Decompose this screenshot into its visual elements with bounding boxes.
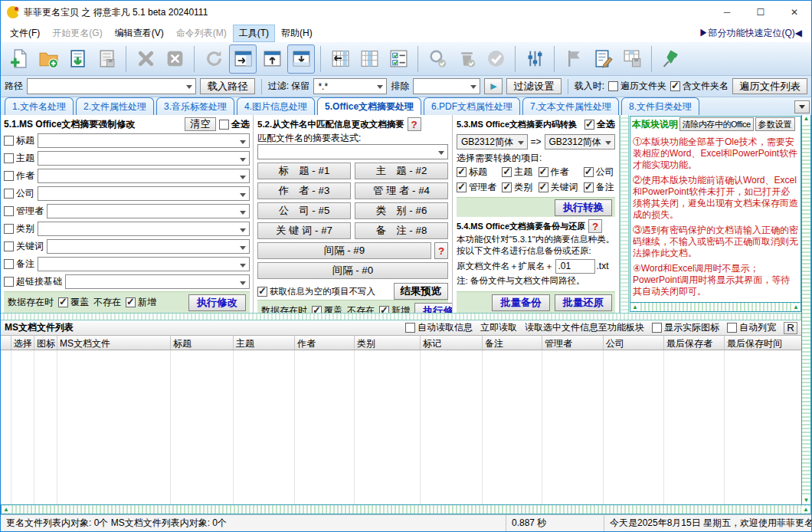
keep-filter-combobox[interactable]: *.* (313, 78, 387, 94)
batch-restore-button[interactable]: 批量还原 (555, 294, 612, 311)
add-checkbox-51[interactable]: 新增 (126, 296, 156, 309)
column-header-author[interactable]: 作者 (295, 336, 355, 350)
tab-pdf-attr[interactable]: 6.PDF文档属性处理 (424, 97, 520, 115)
convert-company-checkbox[interactable]: 公司 (584, 166, 615, 179)
import-list-button[interactable] (64, 44, 91, 74)
horizontal-scrollbar[interactable]: ▲ ▲ (1, 504, 811, 514)
column-header-category[interactable]: 类别 (355, 336, 421, 350)
tab-office-summary[interactable]: 5.Office文档摘要处理 (317, 97, 421, 115)
tab-overflow-button[interactable] (794, 100, 810, 113)
tab-file-classify[interactable]: 8.文件归类处理 (621, 97, 699, 115)
add-checkbox-52[interactable]: 新增 (379, 304, 410, 313)
clear-button[interactable]: 清空 (185, 117, 216, 131)
skip-empty-checkbox[interactable]: 获取信息为空的项目不写入 (257, 286, 375, 297)
tab-image-info[interactable]: 4.图片信息处理 (237, 97, 315, 115)
columns-left-button[interactable] (326, 44, 354, 74)
overwrite-checkbox-51[interactable]: 覆盖 (58, 296, 89, 309)
token-comments-button[interactable]: 备 注 - #8 (355, 222, 448, 239)
execute-modify-button-52[interactable]: 执行修改 (414, 303, 453, 314)
field-category-checkbox[interactable]: 类别 (4, 222, 34, 235)
convert-keywords-checkbox[interactable]: 关键词 (539, 181, 579, 194)
tab-file-attr[interactable]: 2.文件属性处理 (76, 97, 154, 115)
column-header-icon[interactable]: 图标 (34, 336, 57, 350)
tab-text-attr[interactable]: 7.文本文件属性处理 (522, 97, 619, 115)
token-category-button[interactable]: 类 别 - #6 (355, 202, 448, 219)
confirm-check-button[interactable] (482, 44, 509, 74)
trash-check-button[interactable] (453, 44, 480, 74)
result-preview-button[interactable]: 结果预览 (394, 283, 448, 300)
tab-music-tag[interactable]: 3.音乐标签处理 (156, 97, 234, 115)
field-keywords-checkbox[interactable]: 关键词 (4, 240, 44, 253)
quick-locate-link[interactable]: ▶部分功能快速定位(Q)◀ (699, 27, 808, 40)
convert-comments-checkbox[interactable]: 备注 (584, 181, 615, 194)
field-title-combobox[interactable] (38, 133, 250, 148)
table-body[interactable] (1, 350, 801, 504)
field-title-checkbox[interactable]: 标题 (4, 134, 34, 147)
menu-tools[interactable]: 工具(T) (233, 25, 275, 42)
field-hyperlink-base-combobox[interactable] (65, 274, 250, 289)
convert-author-checkbox[interactable]: 作者 (539, 166, 579, 179)
expression-combobox[interactable] (257, 144, 448, 159)
delete-all-button[interactable] (161, 44, 188, 74)
help-button-54[interactable]: ? (588, 219, 602, 233)
field-author-combobox[interactable] (38, 169, 250, 183)
parameter-settings-button[interactable]: 参数设置 (755, 117, 795, 131)
token-company-button[interactable]: 公 司 - #5 (257, 202, 351, 219)
token-keywords-button[interactable]: 关 键 词 - #7 (257, 222, 351, 239)
field-comments-checkbox[interactable]: 备注 (4, 258, 34, 271)
traverse-file-list-button[interactable]: 遍历文件列表 (732, 78, 807, 94)
column-header-title[interactable]: 标题 (171, 336, 234, 350)
include-folder-name-checkbox[interactable]: 含文件夹名 (670, 80, 729, 93)
select-all-53-checkbox[interactable]: 全选 (584, 118, 615, 131)
column-header-last-saver[interactable]: 最后保存者 (664, 336, 725, 350)
auto-column-width-checkbox[interactable]: 自动列宽 (727, 321, 776, 334)
minimize-button[interactable]: ─ (710, 1, 744, 24)
menu-edit-view[interactable]: 编辑查看(V) (109, 25, 170, 42)
info-horizontal-scrollbar[interactable]: ▲▲ (630, 302, 801, 311)
field-hyperlink-base-checkbox[interactable]: 超链接基础 (4, 275, 62, 288)
apply-filter-button[interactable]: ▶ (484, 78, 503, 94)
column-header-manager[interactable]: 管理者 (542, 336, 604, 350)
field-category-combobox[interactable] (38, 222, 250, 236)
field-manager-combobox[interactable] (47, 204, 250, 218)
vertical-scrollbar[interactable]: ▲ ▼ (801, 115, 811, 504)
column-header-select[interactable]: 选择 (11, 336, 34, 350)
field-subject-combobox[interactable] (38, 151, 250, 166)
token-subject-button[interactable]: 主 题 - #2 (355, 163, 448, 179)
field-company-checkbox[interactable]: 公司 (4, 187, 34, 200)
column-header-company[interactable]: 公司 (604, 336, 664, 350)
field-company-combobox[interactable] (38, 186, 250, 201)
token-manager-button[interactable]: 管 理 者 - #4 (355, 182, 448, 199)
column-header-mark[interactable]: 标记 (421, 336, 483, 350)
auto-read-checkbox[interactable]: 自动读取信息 (405, 321, 473, 334)
list-splitter[interactable] (1, 313, 801, 320)
maximize-button[interactable]: ☐ (744, 1, 778, 24)
filter-settings-button[interactable]: 过滤设置 (506, 78, 561, 94)
checklist-button[interactable] (385, 44, 412, 74)
menu-help[interactable]: 帮助(H) (275, 25, 319, 42)
read-selected-link[interactable]: 读取选中文件信息至功能板块 (525, 321, 644, 334)
column-header-subject[interactable]: 主题 (234, 336, 295, 350)
columns-middle-button[interactable] (355, 44, 383, 74)
delete-button[interactable] (132, 44, 159, 74)
field-keywords-combobox[interactable] (47, 239, 250, 254)
token-author-button[interactable]: 作 者 - #3 (257, 182, 351, 199)
show-real-icons-checkbox[interactable]: 显示实际图标 (652, 321, 719, 334)
execute-modify-button-51[interactable]: 执行修改 (188, 294, 246, 311)
from-encoding-combobox[interactable]: GB2312简体 (457, 134, 528, 149)
convert-category-checkbox[interactable]: 类别 (502, 181, 533, 194)
read-now-link[interactable]: 立即读取 (480, 321, 517, 334)
overwrite-checkbox-52[interactable]: 覆盖 (312, 304, 342, 313)
column-header-comments[interactable]: 备注 (483, 336, 542, 350)
panel-down-button[interactable] (287, 44, 315, 74)
panel-right-button[interactable] (229, 44, 257, 74)
flag-button[interactable] (560, 44, 588, 74)
field-subject-checkbox[interactable]: 主题 (4, 152, 34, 165)
field-author-checkbox[interactable]: 作者 (4, 169, 34, 182)
column-header-file[interactable]: MS文档文件 (57, 336, 171, 350)
token-title-button[interactable]: 标 题 - #1 (257, 163, 351, 179)
gap-0-button[interactable]: 间隔 - #0 (257, 262, 448, 279)
field-manager-checkbox[interactable]: 管理者 (4, 205, 44, 218)
select-all-51-checkbox[interactable]: 全选 (219, 118, 250, 131)
open-folder-button[interactable] (34, 44, 62, 74)
